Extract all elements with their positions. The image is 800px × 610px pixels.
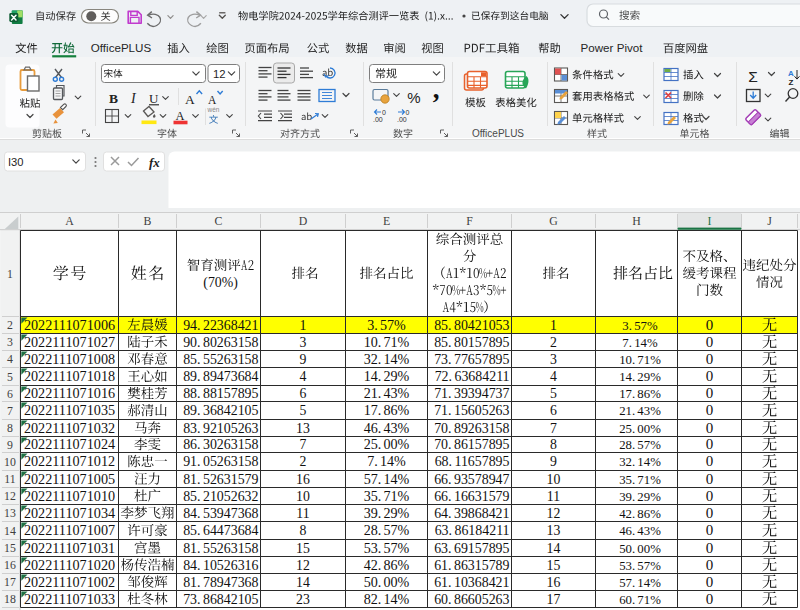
svg-text:0: 0: [706, 385, 714, 401]
svg-text:88.88157895: 88.88157895: [183, 386, 258, 401]
svg-text:6: 6: [550, 403, 557, 418]
svg-text:E: E: [383, 214, 390, 228]
svg-text:0: 0: [706, 436, 714, 452]
svg-text:66.93578947: 66.93578947: [434, 472, 509, 487]
svg-text:25.00%: 25.00%: [619, 422, 661, 436]
svg-text:14: 14: [4, 524, 16, 538]
svg-text:70.86157895: 70.86157895: [434, 437, 509, 452]
svg-text:11: 11: [547, 489, 560, 504]
svg-text:89.89473684: 89.89473684: [183, 369, 258, 384]
svg-text:3: 3: [300, 335, 307, 350]
svg-text:53.57%: 53.57%: [619, 559, 661, 573]
svg-text:12: 12: [213, 68, 226, 80]
svg-text:2: 2: [7, 318, 13, 332]
svg-text:2: 2: [300, 454, 307, 469]
svg-text:7.14%: 7.14%: [622, 336, 658, 350]
svg-text:B: B: [144, 214, 152, 228]
svg-text:28.57%: 28.57%: [364, 522, 410, 538]
svg-text:0: 0: [706, 351, 714, 367]
svg-text:16: 16: [4, 558, 16, 572]
svg-text:2022111071018: 2022111071018: [24, 368, 115, 384]
svg-text:84.53947368: 84.53947368: [183, 506, 258, 521]
svg-text:2022111071020: 2022111071020: [24, 557, 115, 573]
svg-text:I: I: [708, 214, 712, 228]
svg-text:2022111071008: 2022111071008: [24, 351, 115, 367]
svg-text:84.10526316: 84.10526316: [183, 558, 258, 573]
svg-text:%: %: [407, 89, 420, 106]
svg-text:B: B: [109, 91, 118, 106]
svg-text:63.86184211: 63.86184211: [435, 523, 510, 538]
svg-text:50.00%: 50.00%: [619, 542, 661, 556]
svg-text:81.52631579: 81.52631579: [183, 472, 258, 487]
svg-text:0: 0: [706, 574, 714, 590]
svg-text:12: 12: [4, 489, 16, 503]
svg-text:8: 8: [300, 523, 307, 538]
svg-text:85.64473684: 85.64473684: [183, 523, 258, 538]
svg-text:2022111071010: 2022111071010: [24, 488, 115, 504]
svg-text:4: 4: [300, 369, 307, 384]
svg-text:3.57%: 3.57%: [622, 319, 658, 333]
svg-text:7: 7: [300, 437, 307, 452]
svg-text:0: 0: [706, 540, 714, 556]
svg-text:46.43%: 46.43%: [619, 524, 661, 538]
svg-text:7: 7: [550, 421, 557, 436]
svg-text:0: 0: [706, 591, 714, 607]
svg-text:91.05263158: 91.05263158: [183, 454, 258, 469]
svg-text:Power Pivot: Power Pivot: [581, 41, 644, 54]
svg-text:9: 9: [550, 454, 557, 469]
svg-text:10: 10: [296, 489, 310, 504]
svg-text:2022111071007: 2022111071007: [24, 522, 115, 538]
svg-text:Σ: Σ: [748, 68, 758, 85]
svg-text:2022111071006: 2022111071006: [24, 317, 115, 333]
svg-text:57.14%: 57.14%: [364, 471, 410, 487]
svg-text:32.14%: 32.14%: [364, 351, 410, 367]
svg-text:42.86%: 42.86%: [619, 507, 661, 521]
svg-text:4: 4: [550, 369, 557, 384]
svg-text:60.86605263: 60.86605263: [434, 592, 509, 607]
svg-text:14: 14: [547, 541, 561, 556]
svg-text:0: 0: [706, 488, 714, 504]
svg-text:85.55263158: 85.55263158: [183, 352, 258, 367]
svg-text:0: 0: [706, 522, 714, 538]
svg-text:14: 14: [296, 575, 310, 590]
svg-text:35.71%: 35.71%: [364, 488, 410, 504]
svg-text:60.71%: 60.71%: [619, 593, 661, 607]
svg-text:6: 6: [7, 387, 13, 401]
svg-text:10: 10: [4, 455, 16, 469]
svg-text:81.78947368: 81.78947368: [183, 575, 258, 590]
svg-text:A: A: [788, 69, 794, 78]
svg-text:73.77657895: 73.77657895: [434, 352, 509, 367]
svg-text:A: A: [208, 94, 217, 106]
svg-text:0: 0: [706, 420, 714, 436]
svg-text:8: 8: [550, 437, 557, 452]
svg-text:25.00%: 25.00%: [364, 436, 410, 452]
svg-text:1: 1: [550, 318, 557, 333]
svg-text:0: 0: [406, 109, 410, 116]
svg-text:I30: I30: [8, 156, 24, 168]
svg-text:A: A: [185, 92, 195, 107]
svg-text:2022111071035: 2022111071035: [24, 402, 115, 418]
svg-text:3: 3: [550, 352, 557, 367]
svg-text:8: 8: [7, 421, 13, 435]
svg-text:10.71%: 10.71%: [619, 353, 661, 367]
svg-text:12: 12: [296, 558, 310, 573]
svg-text:9: 9: [7, 438, 13, 452]
svg-text:3: 3: [7, 335, 13, 349]
svg-text:39.29%: 39.29%: [364, 505, 410, 521]
svg-text:OfficePLUS: OfficePLUS: [91, 41, 152, 54]
svg-text:13: 13: [296, 421, 310, 436]
svg-text:10: 10: [547, 472, 561, 487]
svg-text:14.29%: 14.29%: [619, 370, 661, 384]
svg-text:61.10368421: 61.10368421: [434, 575, 509, 590]
svg-text:17: 17: [4, 575, 16, 589]
svg-text:0: 0: [706, 557, 714, 573]
svg-text:2022111071005: 2022111071005: [24, 471, 115, 487]
svg-text:21.43%: 21.43%: [364, 385, 410, 401]
svg-text:85.21052632: 85.21052632: [183, 489, 258, 504]
svg-text:13: 13: [547, 523, 561, 538]
svg-text:0: 0: [706, 471, 714, 487]
svg-text:0: 0: [706, 402, 714, 418]
svg-text:2022111071031: 2022111071031: [24, 540, 115, 556]
svg-text:23: 23: [296, 592, 310, 607]
svg-text:71.15605263: 71.15605263: [434, 403, 509, 418]
